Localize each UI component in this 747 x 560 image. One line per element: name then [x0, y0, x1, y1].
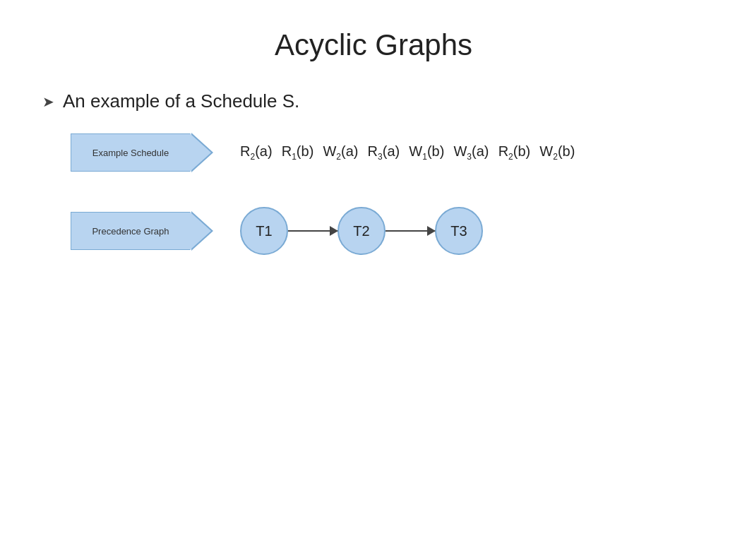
content-section: Example Schedule R2(a) R1(b) W2(a) R3(a)… [42, 133, 705, 255]
precedence-graph-label: Precedence Graph [71, 212, 191, 250]
page-title: Acyclic Graphs [42, 28, 705, 62]
node-T3: T3 [435, 207, 483, 255]
op-R2b: R2(b) [498, 143, 531, 162]
edge-line-1 [288, 230, 337, 232]
op-R2a: R2(a) [240, 143, 273, 162]
edge-line-2 [386, 230, 435, 232]
op-R3a: R3(a) [368, 143, 400, 162]
op-W2a: W2(a) [323, 143, 358, 162]
bullet-arrow-icon: ➤ [42, 93, 54, 110]
schedule-operations: R2(a) R1(b) W2(a) R3(a) W1(b) W3(a) R2(b… [240, 143, 576, 162]
op-W2b: W2(b) [539, 143, 575, 162]
node-T2: T2 [337, 207, 386, 255]
op-W3a: W3(a) [453, 143, 489, 162]
precedence-graph-arrow: Precedence Graph [71, 212, 191, 250]
example-schedule-row: Example Schedule R2(a) R1(b) W2(a) R3(a)… [71, 133, 705, 172]
edge-T1-T2 [288, 230, 337, 232]
precedence-graph-visual: T1 T2 T3 [240, 207, 483, 255]
example-schedule-arrow: Example Schedule [71, 133, 191, 172]
bullet-text: An example of a Schedule S. [63, 90, 299, 112]
bullet-section: ➤ An example of a Schedule S. [42, 90, 705, 112]
example-schedule-label: Example Schedule [71, 133, 191, 172]
edge-T2-T3 [386, 230, 435, 232]
precedence-graph-row: Precedence Graph T1 T2 T3 [71, 207, 705, 255]
op-W1b: W1(b) [409, 143, 444, 162]
op-R1b: R1(b) [282, 143, 314, 162]
page-container: Acyclic Graphs ➤ An example of a Schedul… [0, 0, 747, 560]
node-T1: T1 [240, 207, 288, 255]
